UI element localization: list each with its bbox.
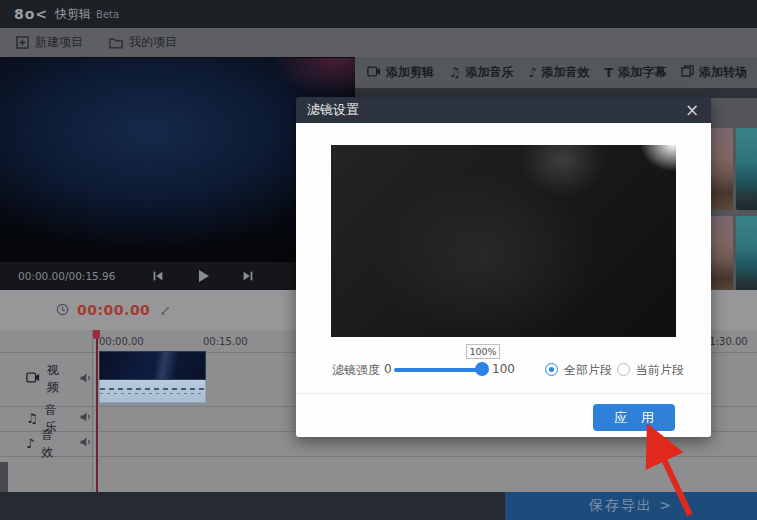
app-window: 8o< 快剪辑 Beta 新建项目 我的项目 00:00.00/00:15.96 <box>0 0 757 520</box>
app-logo: 8o< <box>14 6 48 22</box>
strength-label: 滤镜强度 <box>332 362 380 379</box>
speaker-icon[interactable] <box>79 372 92 387</box>
dialog-header: 滤镜设置 × <box>296 97 711 123</box>
radio-all-clips-label: 全部片段 <box>564 362 612 379</box>
add-subtitle-button[interactable]: T 添加字幕 <box>604 64 666 81</box>
music-note-icon: ♫ <box>449 66 461 79</box>
row-divider <box>0 456 757 457</box>
track-sfx-label: 音效 <box>41 427 64 461</box>
skip-forward-icon[interactable] <box>241 269 255 283</box>
track-video: 视频 <box>0 352 92 406</box>
slider-min-label: 0 <box>384 362 392 376</box>
film-icon <box>26 372 40 386</box>
save-export-button[interactable]: 保存导出 > <box>505 492 757 520</box>
sound-note-icon: ♪ <box>528 66 536 79</box>
footer-divider <box>296 393 711 394</box>
ruler-tick: 00:00.00 <box>99 336 144 347</box>
filter-preview-image <box>331 145 676 337</box>
sound-note-icon: ♪ <box>26 437 34 450</box>
playhead-line <box>96 330 98 492</box>
track-video-label: 视频 <box>47 362 64 396</box>
dialog-title: 滤镜设置 <box>307 101 359 119</box>
ruler-tick: 00:15.00 <box>203 336 248 347</box>
clock-icon <box>56 301 69 320</box>
add-transition-label: 添加转场 <box>699 64 747 81</box>
timeline-current-time: 00:00.00 <box>77 302 150 318</box>
video-clip[interactable] <box>99 351 206 403</box>
music-note-icon: ♫ <box>26 412 38 425</box>
playhead-handle[interactable] <box>93 330 100 339</box>
film-icon <box>367 66 381 80</box>
player-time: 00:00.00/00:15.96 <box>18 270 115 282</box>
speaker-icon[interactable] <box>79 411 92 426</box>
timeline-scroll-edge <box>0 462 8 492</box>
add-clip-label: 添加剪辑 <box>386 64 434 81</box>
skip-back-icon[interactable] <box>151 269 165 283</box>
dialog-body: 100% 滤镜强度 0 100 全部片段 当前片段 应 用 <box>296 123 711 437</box>
my-projects-label: 我的项目 <box>129 34 177 51</box>
radio-current-clip-label: 当前片段 <box>636 362 684 379</box>
track-column-divider <box>92 330 93 492</box>
apply-button[interactable]: 应 用 <box>593 404 675 431</box>
radio-all-clips[interactable] <box>545 363 558 376</box>
new-project-label: 新建项目 <box>35 34 83 51</box>
project-toolbar: 新建项目 我的项目 <box>0 28 757 57</box>
app-name: 快剪辑 <box>55 6 91 23</box>
add-clip-button[interactable]: 添加剪辑 <box>367 64 434 81</box>
my-projects-button[interactable]: 我的项目 <box>109 34 177 51</box>
clip-waveform <box>99 380 206 403</box>
speaker-icon[interactable] <box>79 436 92 451</box>
add-sfx-label: 添加音效 <box>542 64 590 81</box>
filter-thumbnail[interactable] <box>736 128 757 210</box>
bottom-bar: 保存导出 > <box>0 492 757 520</box>
track-sfx: ♪ 音效 <box>0 431 92 456</box>
new-project-button[interactable]: 新建项目 <box>16 34 83 51</box>
text-icon: T <box>604 66 613 79</box>
slider-max-label: 100 <box>492 362 515 376</box>
add-music-button[interactable]: ♫ 添加音乐 <box>449 64 514 81</box>
play-icon[interactable] <box>195 268 211 284</box>
add-sfx-button[interactable]: ♪ 添加音效 <box>528 64 589 81</box>
slider-value-tooltip: 100% <box>466 344 500 359</box>
clip-thumbnail <box>99 351 206 380</box>
strength-slider[interactable] <box>394 368 480 372</box>
filter-thumbnail[interactable] <box>736 216 757 295</box>
close-icon[interactable]: × <box>681 97 703 123</box>
add-transition-button[interactable]: 添加转场 <box>681 64 747 81</box>
add-music-label: 添加音乐 <box>465 64 513 81</box>
beta-badge: Beta <box>96 9 119 20</box>
titlebar: 8o< 快剪辑 Beta <box>0 0 757 28</box>
radio-current-clip[interactable] <box>617 363 630 376</box>
plus-square-icon <box>16 36 29 49</box>
slider-thumb[interactable] <box>475 362 489 376</box>
add-subtitle-label: 添加字幕 <box>618 64 666 81</box>
edit-time-icon[interactable] <box>160 301 171 320</box>
folder-icon <box>109 37 123 49</box>
add-actions-row: 添加剪辑 ♫ 添加音乐 ♪ 添加音效 T 添加字幕 添加转场 <box>355 57 757 88</box>
transition-icon <box>681 65 694 80</box>
filter-settings-dialog: 滤镜设置 × 100% 滤镜强度 0 100 全部片段 当前片段 应 用 <box>296 97 711 437</box>
